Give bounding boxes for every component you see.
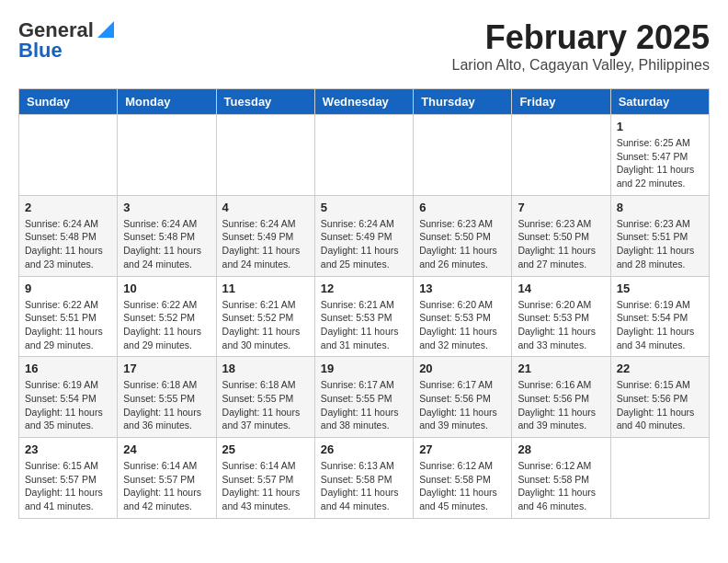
calendar-cell (118, 115, 216, 196)
calendar-cell: 24Sunrise: 6:14 AM Sunset: 5:57 PM Dayli… (118, 438, 216, 519)
day-number: 25 (222, 442, 309, 456)
calendar-cell: 25Sunrise: 6:14 AM Sunset: 5:57 PM Dayli… (216, 438, 314, 519)
calendar-cell: 4Sunrise: 6:24 AM Sunset: 5:49 PM Daylig… (216, 195, 314, 276)
header-wednesday: Wednesday (314, 89, 413, 115)
calendar-cell: 16Sunrise: 6:19 AM Sunset: 5:54 PM Dayli… (19, 357, 118, 438)
header-thursday: Thursday (414, 89, 512, 115)
day-number: 20 (419, 362, 506, 375)
calendar-cell: 15Sunrise: 6:19 AM Sunset: 5:54 PM Dayli… (610, 276, 709, 357)
day-number: 7 (518, 201, 604, 214)
header-saturday: Saturday (610, 89, 709, 115)
calendar-cell: 22Sunrise: 6:15 AM Sunset: 5:56 PM Dayli… (610, 357, 709, 438)
calendar-cell (19, 115, 118, 196)
day-info: Sunrise: 6:22 AM Sunset: 5:52 PM Dayligh… (123, 298, 210, 352)
calendar-cell: 17Sunrise: 6:18 AM Sunset: 5:55 PM Dayli… (118, 357, 216, 438)
day-number: 4 (222, 201, 309, 214)
calendar-header-row: SundayMondayTuesdayWednesdayThursdayFrid… (19, 89, 710, 115)
day-number: 6 (419, 201, 506, 214)
logo: General Blue (18, 18, 114, 63)
day-number: 18 (222, 362, 309, 375)
day-number: 13 (419, 282, 506, 295)
day-info: Sunrise: 6:18 AM Sunset: 5:55 PM Dayligh… (222, 378, 309, 432)
day-info: Sunrise: 6:14 AM Sunset: 5:57 PM Dayligh… (222, 459, 309, 513)
calendar-cell: 7Sunrise: 6:23 AM Sunset: 5:50 PM Daylig… (512, 195, 610, 276)
day-number: 8 (617, 201, 703, 214)
calendar-cell: 3Sunrise: 6:24 AM Sunset: 5:48 PM Daylig… (118, 195, 216, 276)
week-row-1: 2Sunrise: 6:24 AM Sunset: 5:48 PM Daylig… (19, 195, 710, 276)
calendar-cell (610, 438, 709, 519)
day-number: 9 (25, 282, 111, 295)
day-number: 12 (321, 282, 407, 295)
day-info: Sunrise: 6:23 AM Sunset: 5:50 PM Dayligh… (419, 217, 506, 271)
day-number: 28 (518, 442, 604, 456)
header-tuesday: Tuesday (216, 89, 314, 115)
day-info: Sunrise: 6:24 AM Sunset: 5:49 PM Dayligh… (222, 217, 309, 271)
day-number: 24 (123, 442, 210, 456)
calendar-cell: 8Sunrise: 6:23 AM Sunset: 5:51 PM Daylig… (610, 195, 709, 276)
calendar-cell: 9Sunrise: 6:22 AM Sunset: 5:51 PM Daylig… (19, 276, 118, 357)
header-sunday: Sunday (19, 89, 118, 115)
calendar-cell: 28Sunrise: 6:12 AM Sunset: 5:58 PM Dayli… (512, 438, 610, 519)
calendar-cell: 11Sunrise: 6:21 AM Sunset: 5:52 PM Dayli… (216, 276, 314, 357)
calendar-cell: 13Sunrise: 6:20 AM Sunset: 5:53 PM Dayli… (414, 276, 512, 357)
calendar-cell: 18Sunrise: 6:18 AM Sunset: 5:55 PM Dayli… (216, 357, 314, 438)
day-number: 10 (123, 282, 210, 295)
day-number: 1 (617, 120, 703, 133)
day-info: Sunrise: 6:19 AM Sunset: 5:54 PM Dayligh… (617, 298, 703, 352)
day-info: Sunrise: 6:21 AM Sunset: 5:52 PM Dayligh… (222, 298, 309, 352)
day-number: 14 (518, 282, 604, 295)
page-header: General Blue February 2025 Larion Alto, … (18, 18, 710, 74)
header-friday: Friday (512, 89, 610, 115)
day-info: Sunrise: 6:17 AM Sunset: 5:55 PM Dayligh… (321, 378, 407, 432)
day-number: 11 (222, 282, 309, 295)
day-info: Sunrise: 6:20 AM Sunset: 5:53 PM Dayligh… (419, 298, 506, 352)
day-number: 23 (25, 442, 111, 456)
day-info: Sunrise: 6:12 AM Sunset: 5:58 PM Dayligh… (518, 459, 604, 513)
day-info: Sunrise: 6:15 AM Sunset: 5:56 PM Dayligh… (617, 378, 703, 432)
header-monday: Monday (118, 89, 216, 115)
logo-triangle-icon (97, 21, 114, 41)
page-subtitle: Larion Alto, Cagayan Valley, Philippines (452, 57, 710, 74)
day-info: Sunrise: 6:24 AM Sunset: 5:49 PM Dayligh… (321, 217, 407, 271)
day-number: 26 (321, 442, 407, 456)
calendar-cell: 1Sunrise: 6:25 AM Sunset: 5:47 PM Daylig… (610, 115, 709, 196)
day-number: 27 (419, 442, 506, 456)
day-number: 3 (123, 201, 210, 214)
calendar-cell: 6Sunrise: 6:23 AM Sunset: 5:50 PM Daylig… (414, 195, 512, 276)
calendar-cell: 26Sunrise: 6:13 AM Sunset: 5:58 PM Dayli… (314, 438, 413, 519)
day-number: 2 (25, 201, 111, 214)
day-info: Sunrise: 6:19 AM Sunset: 5:54 PM Dayligh… (25, 378, 111, 432)
day-number: 22 (617, 362, 703, 375)
day-number: 16 (25, 362, 111, 375)
day-info: Sunrise: 6:16 AM Sunset: 5:56 PM Dayligh… (518, 378, 604, 432)
calendar-cell: 5Sunrise: 6:24 AM Sunset: 5:49 PM Daylig… (314, 195, 413, 276)
week-row-3: 16Sunrise: 6:19 AM Sunset: 5:54 PM Dayli… (19, 357, 710, 438)
day-info: Sunrise: 6:25 AM Sunset: 5:47 PM Dayligh… (617, 136, 703, 190)
day-info: Sunrise: 6:21 AM Sunset: 5:53 PM Dayligh… (321, 298, 407, 352)
calendar-table: SundayMondayTuesdayWednesdayThursdayFrid… (18, 88, 710, 519)
day-number: 5 (321, 201, 407, 214)
calendar-cell: 12Sunrise: 6:21 AM Sunset: 5:53 PM Dayli… (314, 276, 413, 357)
title-block: February 2025 Larion Alto, Cagayan Valle… (452, 18, 710, 74)
day-info: Sunrise: 6:15 AM Sunset: 5:57 PM Dayligh… (25, 459, 111, 513)
day-number: 15 (617, 282, 703, 295)
calendar-cell: 2Sunrise: 6:24 AM Sunset: 5:48 PM Daylig… (19, 195, 118, 276)
svg-marker-0 (97, 21, 114, 38)
calendar-cell (216, 115, 314, 196)
day-number: 19 (321, 362, 407, 375)
calendar-cell: 27Sunrise: 6:12 AM Sunset: 5:58 PM Dayli… (414, 438, 512, 519)
day-info: Sunrise: 6:20 AM Sunset: 5:53 PM Dayligh… (518, 298, 604, 352)
day-info: Sunrise: 6:23 AM Sunset: 5:50 PM Dayligh… (518, 217, 604, 271)
day-number: 17 (123, 362, 210, 375)
day-number: 21 (518, 362, 604, 375)
day-info: Sunrise: 6:22 AM Sunset: 5:51 PM Dayligh… (25, 298, 111, 352)
day-info: Sunrise: 6:24 AM Sunset: 5:48 PM Dayligh… (25, 217, 111, 271)
week-row-0: 1Sunrise: 6:25 AM Sunset: 5:47 PM Daylig… (19, 115, 710, 196)
logo-text-blue: Blue (18, 39, 63, 63)
calendar-cell (314, 115, 413, 196)
day-info: Sunrise: 6:17 AM Sunset: 5:56 PM Dayligh… (419, 378, 506, 432)
calendar-cell (414, 115, 512, 196)
calendar-cell (512, 115, 610, 196)
calendar-cell: 19Sunrise: 6:17 AM Sunset: 5:55 PM Dayli… (314, 357, 413, 438)
day-info: Sunrise: 6:12 AM Sunset: 5:58 PM Dayligh… (419, 459, 506, 513)
